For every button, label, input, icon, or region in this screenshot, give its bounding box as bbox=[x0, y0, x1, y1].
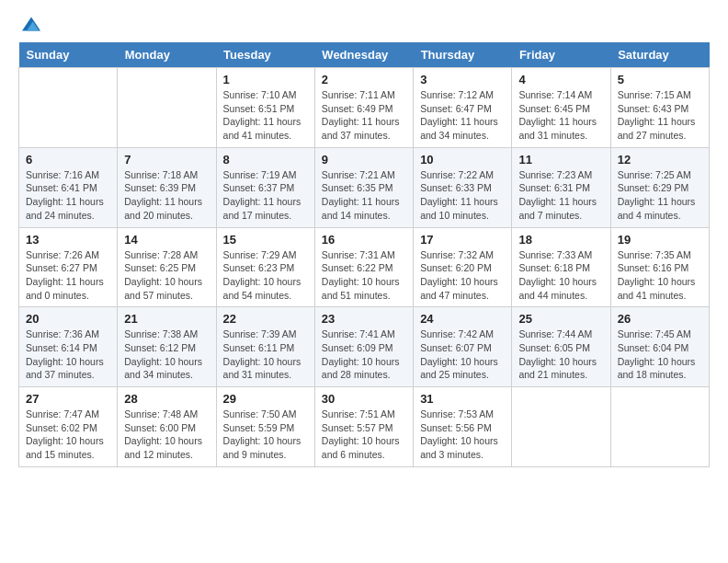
day-info: Sunrise: 7:53 AM Sunset: 5:56 PM Dayligh… bbox=[420, 408, 498, 460]
day-number: 6 bbox=[26, 153, 110, 167]
calendar-cell: 29Sunrise: 7:50 AM Sunset: 5:59 PM Dayli… bbox=[216, 387, 314, 467]
calendar-cell: 9Sunrise: 7:21 AM Sunset: 6:35 PM Daylig… bbox=[314, 147, 413, 227]
day-number: 14 bbox=[124, 233, 209, 247]
calendar-week-4: 20Sunrise: 7:36 AM Sunset: 6:14 PM Dayli… bbox=[19, 307, 710, 387]
calendar-cell: 4Sunrise: 7:14 AM Sunset: 6:45 PM Daylig… bbox=[512, 68, 610, 148]
day-info: Sunrise: 7:22 AM Sunset: 6:33 PM Dayligh… bbox=[420, 169, 498, 221]
calendar-cell: 7Sunrise: 7:18 AM Sunset: 6:39 PM Daylig… bbox=[118, 147, 216, 227]
day-number: 20 bbox=[26, 312, 110, 326]
calendar-cell bbox=[19, 68, 118, 148]
calendar-header-row: SundayMondayTuesdayWednesdayThursdayFrid… bbox=[19, 42, 710, 68]
day-number: 13 bbox=[26, 233, 110, 247]
day-info: Sunrise: 7:35 AM Sunset: 6:16 PM Dayligh… bbox=[618, 249, 696, 301]
calendar-cell: 22Sunrise: 7:39 AM Sunset: 6:11 PM Dayli… bbox=[216, 307, 314, 387]
calendar-cell: 6Sunrise: 7:16 AM Sunset: 6:41 PM Daylig… bbox=[19, 147, 118, 227]
day-info: Sunrise: 7:41 AM Sunset: 6:09 PM Dayligh… bbox=[322, 328, 400, 380]
calendar-cell: 5Sunrise: 7:15 AM Sunset: 6:43 PM Daylig… bbox=[610, 68, 709, 148]
day-number: 11 bbox=[518, 153, 603, 167]
day-number: 17 bbox=[420, 233, 505, 247]
col-header-monday: Monday bbox=[118, 42, 216, 68]
logo-icon bbox=[22, 15, 40, 33]
day-number: 1 bbox=[223, 73, 308, 86]
calendar-cell: 1Sunrise: 7:10 AM Sunset: 6:51 PM Daylig… bbox=[216, 68, 314, 148]
day-info: Sunrise: 7:44 AM Sunset: 6:05 PM Dayligh… bbox=[518, 328, 597, 380]
calendar-week-3: 13Sunrise: 7:26 AM Sunset: 6:27 PM Dayli… bbox=[19, 227, 710, 307]
calendar-cell: 17Sunrise: 7:32 AM Sunset: 6:20 PM Dayli… bbox=[414, 227, 512, 307]
calendar-cell: 27Sunrise: 7:47 AM Sunset: 6:02 PM Dayli… bbox=[19, 387, 118, 467]
day-info: Sunrise: 7:11 AM Sunset: 6:49 PM Dayligh… bbox=[322, 89, 400, 141]
day-number: 29 bbox=[223, 392, 308, 406]
day-number: 16 bbox=[322, 233, 406, 247]
day-info: Sunrise: 7:45 AM Sunset: 6:04 PM Dayligh… bbox=[618, 328, 696, 380]
calendar-cell: 26Sunrise: 7:45 AM Sunset: 6:04 PM Dayli… bbox=[610, 307, 709, 387]
calendar-cell: 11Sunrise: 7:23 AM Sunset: 6:31 PM Dayli… bbox=[512, 147, 610, 227]
calendar-cell: 3Sunrise: 7:12 AM Sunset: 6:47 PM Daylig… bbox=[414, 68, 512, 148]
calendar-cell: 10Sunrise: 7:22 AM Sunset: 6:33 PM Dayli… bbox=[414, 147, 512, 227]
day-number: 5 bbox=[618, 73, 702, 86]
day-number: 15 bbox=[223, 233, 308, 247]
day-info: Sunrise: 7:38 AM Sunset: 6:12 PM Dayligh… bbox=[124, 328, 202, 380]
day-info: Sunrise: 7:26 AM Sunset: 6:27 PM Dayligh… bbox=[26, 249, 104, 301]
calendar-week-5: 27Sunrise: 7:47 AM Sunset: 6:02 PM Dayli… bbox=[19, 387, 710, 467]
day-info: Sunrise: 7:31 AM Sunset: 6:22 PM Dayligh… bbox=[322, 249, 400, 301]
day-info: Sunrise: 7:15 AM Sunset: 6:43 PM Dayligh… bbox=[618, 89, 696, 141]
day-number: 27 bbox=[26, 392, 110, 406]
day-info: Sunrise: 7:42 AM Sunset: 6:07 PM Dayligh… bbox=[420, 328, 498, 380]
col-header-sunday: Sunday bbox=[19, 42, 118, 68]
day-number: 7 bbox=[124, 153, 209, 167]
day-number: 30 bbox=[322, 392, 406, 406]
day-info: Sunrise: 7:23 AM Sunset: 6:31 PM Dayligh… bbox=[518, 169, 597, 221]
day-info: Sunrise: 7:36 AM Sunset: 6:14 PM Dayligh… bbox=[26, 328, 104, 380]
day-number: 8 bbox=[223, 153, 308, 167]
day-number: 28 bbox=[124, 392, 209, 406]
day-info: Sunrise: 7:47 AM Sunset: 6:02 PM Dayligh… bbox=[26, 408, 104, 460]
day-number: 10 bbox=[420, 153, 505, 167]
calendar-cell: 8Sunrise: 7:19 AM Sunset: 6:37 PM Daylig… bbox=[216, 147, 314, 227]
day-info: Sunrise: 7:10 AM Sunset: 6:51 PM Dayligh… bbox=[223, 89, 301, 141]
calendar-cell bbox=[610, 387, 709, 467]
calendar-body: 1Sunrise: 7:10 AM Sunset: 6:51 PM Daylig… bbox=[19, 68, 710, 467]
calendar-cell: 13Sunrise: 7:26 AM Sunset: 6:27 PM Dayli… bbox=[19, 227, 118, 307]
day-number: 9 bbox=[322, 153, 406, 167]
day-info: Sunrise: 7:33 AM Sunset: 6:18 PM Dayligh… bbox=[518, 249, 597, 301]
day-info: Sunrise: 7:39 AM Sunset: 6:11 PM Dayligh… bbox=[223, 328, 301, 380]
day-number: 23 bbox=[322, 312, 406, 326]
day-number: 21 bbox=[124, 312, 209, 326]
col-header-wednesday: Wednesday bbox=[314, 42, 413, 68]
day-info: Sunrise: 7:16 AM Sunset: 6:41 PM Dayligh… bbox=[26, 169, 104, 221]
day-info: Sunrise: 7:21 AM Sunset: 6:35 PM Dayligh… bbox=[322, 169, 400, 221]
day-number: 4 bbox=[518, 73, 603, 86]
col-header-friday: Friday bbox=[512, 42, 610, 68]
day-info: Sunrise: 7:48 AM Sunset: 6:00 PM Dayligh… bbox=[124, 408, 202, 460]
day-number: 19 bbox=[618, 233, 702, 247]
day-number: 31 bbox=[420, 392, 505, 406]
calendar-cell: 31Sunrise: 7:53 AM Sunset: 5:56 PM Dayli… bbox=[414, 387, 512, 467]
calendar-cell: 28Sunrise: 7:48 AM Sunset: 6:00 PM Dayli… bbox=[118, 387, 216, 467]
col-header-saturday: Saturday bbox=[610, 42, 709, 68]
day-number: 2 bbox=[322, 73, 406, 86]
day-info: Sunrise: 7:25 AM Sunset: 6:29 PM Dayligh… bbox=[618, 169, 696, 221]
day-info: Sunrise: 7:12 AM Sunset: 6:47 PM Dayligh… bbox=[420, 89, 498, 141]
day-info: Sunrise: 7:51 AM Sunset: 5:57 PM Dayligh… bbox=[322, 408, 400, 460]
day-number: 25 bbox=[518, 312, 603, 326]
day-number: 12 bbox=[618, 153, 702, 167]
calendar-table: SundayMondayTuesdayWednesdayThursdayFrid… bbox=[18, 42, 710, 467]
calendar-cell: 21Sunrise: 7:38 AM Sunset: 6:12 PM Dayli… bbox=[118, 307, 216, 387]
day-number: 18 bbox=[518, 233, 603, 247]
day-info: Sunrise: 7:14 AM Sunset: 6:45 PM Dayligh… bbox=[518, 89, 597, 141]
calendar-cell: 23Sunrise: 7:41 AM Sunset: 6:09 PM Dayli… bbox=[314, 307, 413, 387]
calendar-cell bbox=[512, 387, 610, 467]
calendar-cell: 20Sunrise: 7:36 AM Sunset: 6:14 PM Dayli… bbox=[19, 307, 118, 387]
logo bbox=[18, 15, 40, 33]
calendar-cell: 15Sunrise: 7:29 AM Sunset: 6:23 PM Dayli… bbox=[216, 227, 314, 307]
col-header-thursday: Thursday bbox=[414, 42, 512, 68]
page-header bbox=[18, 15, 710, 33]
day-info: Sunrise: 7:28 AM Sunset: 6:25 PM Dayligh… bbox=[124, 249, 202, 301]
day-info: Sunrise: 7:29 AM Sunset: 6:23 PM Dayligh… bbox=[223, 249, 301, 301]
calendar-cell: 2Sunrise: 7:11 AM Sunset: 6:49 PM Daylig… bbox=[314, 68, 413, 148]
calendar-cell: 18Sunrise: 7:33 AM Sunset: 6:18 PM Dayli… bbox=[512, 227, 610, 307]
col-header-tuesday: Tuesday bbox=[216, 42, 314, 68]
day-info: Sunrise: 7:18 AM Sunset: 6:39 PM Dayligh… bbox=[124, 169, 202, 221]
day-number: 24 bbox=[420, 312, 505, 326]
calendar-cell bbox=[118, 68, 216, 148]
